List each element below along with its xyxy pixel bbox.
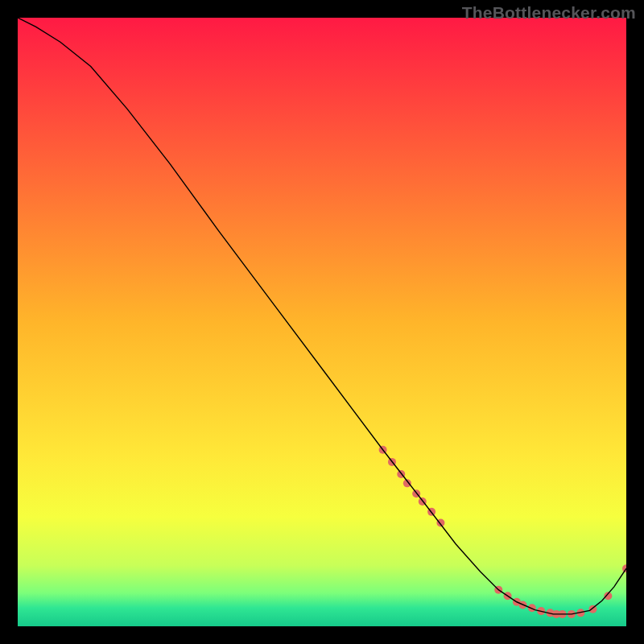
chart-background (18, 18, 626, 626)
chart-plot (18, 18, 626, 626)
watermark-label: TheBottlenecker.com (462, 3, 636, 23)
chart-stage: TheBottlenecker.com (0, 0, 644, 644)
chart-svg (18, 18, 626, 626)
